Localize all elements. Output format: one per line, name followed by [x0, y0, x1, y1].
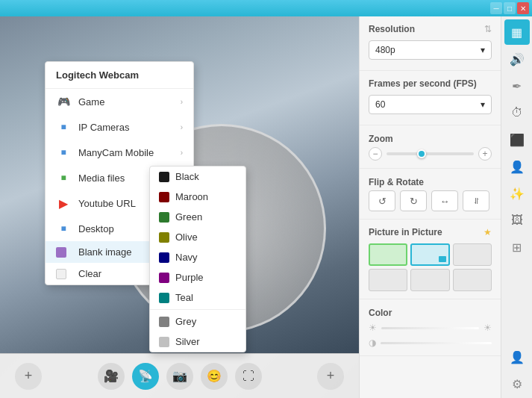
flip-rotate-title: Flip & Rotate: [369, 177, 424, 187]
flip-row: ↺ ↻ ↔ ⥯: [369, 190, 492, 211]
stream-button[interactable]: 📡: [132, 363, 159, 390]
mobile-icon: ■: [56, 145, 71, 160]
pip-item-quad2[interactable]: [410, 269, 449, 291]
pip-item-custom[interactable]: [453, 269, 492, 291]
camera-button[interactable]: 🎥: [98, 363, 125, 390]
preview-image: 720x1080 Logitech Webcam 🎮 Game › ■ IP C…: [0, 16, 359, 398]
olive-swatch: [159, 232, 169, 243]
pip-item-quad1[interactable]: [369, 269, 407, 291]
icon-bar: ▦ 🔊 ✒ ⏱ ⬛ 👤 ✨ 🖼 ⊞ 👤 ⚙: [501, 16, 532, 398]
add-source-button[interactable]: +: [15, 363, 42, 390]
resolution-title: Resolution: [369, 24, 415, 34]
color-item-silver[interactable]: Silver: [150, 332, 245, 352]
color-item-black[interactable]: Black: [150, 167, 245, 187]
menu-item-game[interactable]: 🎮 Game ›: [46, 89, 193, 114]
zoom-section: Zoom − +: [360, 125, 501, 169]
video-tab-button[interactable]: ▦: [504, 19, 530, 45]
color-submenu: Black Maroon Green Olive Navy: [149, 166, 246, 352]
contrast-row: ◑: [369, 338, 492, 348]
game-icon: 🎮: [56, 94, 71, 109]
silver-swatch: [159, 337, 169, 347]
navy-swatch: [159, 252, 169, 263]
menu-item-ip-cameras[interactable]: ■ IP Cameras ›: [46, 114, 193, 140]
photo-button[interactable]: 📷: [166, 363, 193, 390]
close-button[interactable]: ✕: [517, 2, 529, 14]
magic-tab-button[interactable]: ✨: [504, 181, 530, 206]
resolution-header: Resolution ⇅: [369, 24, 492, 34]
effects-tab-button[interactable]: ✒: [504, 73, 530, 99]
chevron-right-icon: ›: [181, 123, 183, 131]
minimize-button[interactable]: ─: [490, 2, 502, 14]
chevron-right-icon: ›: [181, 98, 183, 106]
fps-header: Frames per second (FPS): [369, 78, 492, 89]
color-item-grey[interactable]: Grey: [150, 311, 245, 332]
color-title: Color: [369, 308, 392, 318]
pip-grid: [369, 243, 492, 291]
brightness-row: ☀ ☀: [369, 323, 492, 333]
pip-title: Picture in Picture: [369, 227, 442, 237]
color-item-maroon[interactable]: Maroon: [150, 187, 245, 207]
context-menu-title: Logitech Webcam: [46, 62, 193, 89]
black-swatch: [159, 172, 169, 182]
chevron-right-icon: ›: [181, 149, 183, 157]
audio-tab-button[interactable]: 🔊: [504, 46, 530, 72]
brightness-low-icon: ☀: [369, 323, 377, 333]
brightness-slider[interactable]: [381, 327, 479, 329]
layers-tab-button[interactable]: 👤: [504, 154, 530, 179]
chroma-tab-button[interactable]: ⬛: [504, 127, 530, 152]
pip-section: Picture in Picture ★: [360, 220, 501, 299]
face-button[interactable]: 😊: [201, 363, 228, 390]
color-divider: [150, 309, 245, 310]
brightness-high-icon: ☀: [484, 323, 492, 333]
titlebar: ─ □ ✕: [0, 0, 532, 16]
zoom-in-button[interactable]: +: [478, 147, 492, 161]
youtube-icon: ▶: [56, 196, 71, 211]
zoom-thumb: [417, 149, 426, 158]
toolbar-left: +: [15, 363, 42, 390]
zoom-title: Zoom: [369, 134, 393, 144]
pip-item-fullscreen[interactable]: [369, 243, 407, 266]
zoom-out-button[interactable]: −: [369, 147, 382, 161]
maroon-swatch: [159, 192, 169, 202]
color-item-green[interactable]: Green: [150, 207, 245, 227]
pip-item-split[interactable]: [453, 243, 492, 266]
color-item-purple[interactable]: Purple: [150, 267, 245, 287]
bottom-toolbar: + 🎥 📡 📷 😊 ⛶ +: [0, 353, 359, 398]
fullscreen-button[interactable]: ⛶: [235, 363, 262, 390]
flip-rotate-section: Flip & Rotate ↺ ↻ ↔ ⥯: [360, 169, 501, 220]
grid-tab-button[interactable]: ⊞: [504, 234, 530, 260]
grey-swatch: [159, 317, 169, 327]
fps-title: Frames per second (FPS): [369, 78, 477, 89]
right-panel: Resolution ⇅ 480p ▾ Frames per second (F…: [359, 16, 501, 398]
color-item-teal[interactable]: Teal: [150, 287, 245, 308]
rotate-right-button[interactable]: ↻: [400, 190, 427, 211]
menu-item-manycam-mobile[interactable]: ■ ManyCam Mobile ›: [46, 140, 193, 165]
toolbar-center: 🎥 📡 📷 😊 ⛶: [98, 363, 262, 390]
toolbar-right: +: [317, 363, 344, 390]
contrast-icon: ◑: [369, 338, 376, 348]
resolution-section: Resolution ⇅ 480p ▾: [360, 16, 501, 71]
zoom-slider[interactable]: [387, 152, 474, 155]
rotate-left-button[interactable]: ↺: [369, 190, 395, 211]
green-swatch: [159, 212, 169, 223]
chevron-down-icon: ▾: [481, 99, 485, 110]
user-tab-button[interactable]: 👤: [504, 344, 530, 370]
maximize-button[interactable]: □: [504, 2, 516, 14]
flip-horizontal-button[interactable]: ↔: [431, 190, 458, 211]
desktop-icon: ■: [56, 221, 71, 236]
gallery-tab-button[interactable]: 🖼: [504, 208, 530, 233]
zoom-row: − +: [369, 147, 492, 161]
pip-header: Picture in Picture ★: [369, 227, 492, 237]
color-item-navy[interactable]: Navy: [150, 247, 245, 267]
teal-swatch: [159, 293, 169, 303]
ip-camera-icon: ■: [56, 119, 71, 134]
contrast-slider[interactable]: [381, 342, 492, 344]
fps-select[interactable]: 60 ▾: [369, 95, 492, 114]
settings-tab-button[interactable]: ⚙: [504, 371, 530, 397]
add-layer-button[interactable]: +: [317, 363, 344, 390]
clock-tab-button[interactable]: ⏱: [504, 100, 530, 125]
color-item-olive[interactable]: Olive: [150, 227, 245, 247]
flip-vertical-button[interactable]: ⥯: [463, 190, 489, 211]
pip-item-pip-right[interactable]: [410, 243, 449, 266]
resolution-select[interactable]: 480p ▾: [369, 40, 492, 60]
